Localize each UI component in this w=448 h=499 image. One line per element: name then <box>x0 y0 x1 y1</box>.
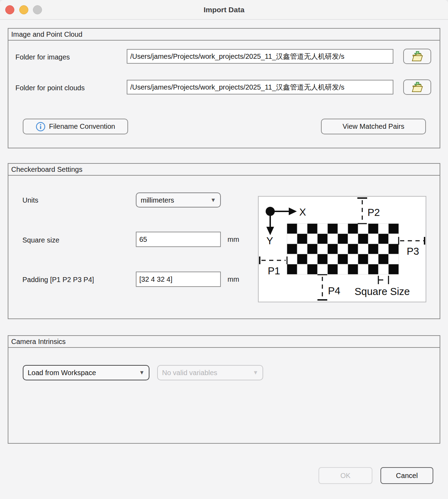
square-size-diagram-label: Square Size <box>355 286 410 297</box>
view-matched-pairs-label: View Matched Pairs <box>343 122 404 131</box>
browse-images-button[interactable] <box>403 49 431 64</box>
section-title: Camera Intrinsics <box>8 336 440 348</box>
y-axis-label: Y <box>266 235 273 246</box>
folder-pointclouds-label: Folder for point clouds <box>15 80 85 95</box>
p3-label: P3 <box>407 246 419 257</box>
open-folder-icon <box>411 51 424 62</box>
padding-input[interactable] <box>136 272 221 287</box>
ok-button-disabled: OK <box>318 467 372 484</box>
titlebar: Import Data <box>0 0 448 20</box>
folder-pointclouds-input[interactable] <box>127 80 393 94</box>
intrinsics-variable-dropdown-disabled: No valid variables ▼ <box>157 365 263 380</box>
folder-images-input[interactable] <box>127 49 393 64</box>
square-size-label: Square size <box>22 233 59 247</box>
section-title: Image and Point Cloud <box>8 29 440 41</box>
section-camera-intrinsics: Camera Intrinsics Load from Workspace ▼ … <box>8 335 440 444</box>
browse-pointclouds-button[interactable] <box>403 79 431 95</box>
cancel-button[interactable]: Cancel <box>380 467 433 484</box>
chevron-down-icon: ▼ <box>253 366 258 380</box>
p4-label: P4 <box>328 285 340 296</box>
x-axis-arrow <box>289 208 297 215</box>
info-icon <box>36 122 46 132</box>
filename-convention-label: Filename Convention <box>49 122 115 131</box>
folder-images-label: Folder for images <box>15 50 70 64</box>
x-axis-label: X <box>299 206 306 218</box>
units-label: Units <box>22 193 38 208</box>
units-dropdown[interactable]: millimeters ▼ <box>136 192 221 208</box>
section-image-and-point-cloud: Image and Point Cloud Folder for images … <box>8 28 440 148</box>
checkerboard-squares <box>287 224 399 274</box>
view-matched-pairs-button[interactable]: View Matched Pairs <box>321 119 426 134</box>
window-title: Import Data <box>0 0 448 20</box>
square-size-unit: mm <box>227 232 239 247</box>
intrinsics-source-value: Load from Workspace <box>28 369 96 377</box>
padding-label: Padding [P1 P2 P3 P4] <box>22 272 94 287</box>
open-folder-icon <box>411 82 424 93</box>
p1-label: P1 <box>268 265 280 276</box>
section-checkerboard-settings: Checkerboard Settings Units millimeters … <box>8 163 440 319</box>
p2-label: P2 <box>368 207 380 218</box>
units-selected-value: millimeters <box>141 196 174 204</box>
chevron-down-icon: ▼ <box>139 366 145 380</box>
import-data-dialog: Import Data Image and Point Cloud Folder… <box>0 0 448 499</box>
checkerboard-diagram: X Y P2 P3 P1 <box>258 196 426 302</box>
y-axis-arrow <box>266 227 274 235</box>
padding-unit: mm <box>227 272 239 287</box>
section-title: Checkerboard Settings <box>8 164 440 176</box>
chevron-down-icon: ▼ <box>210 193 216 207</box>
intrinsics-variable-value: No valid variables <box>162 369 217 377</box>
square-size-input[interactable] <box>136 232 221 247</box>
intrinsics-source-dropdown[interactable]: Load from Workspace ▼ <box>23 365 149 380</box>
filename-convention-button[interactable]: Filename Convention <box>23 119 128 134</box>
